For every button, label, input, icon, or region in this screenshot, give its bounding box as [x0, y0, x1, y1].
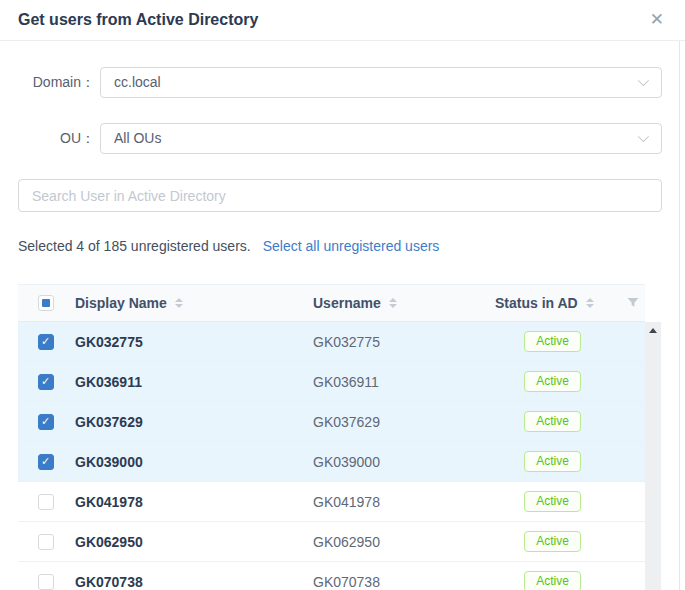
- display-name-cell: GK062950: [65, 534, 300, 550]
- username-cell: GK062950: [300, 534, 485, 550]
- check-icon: ✓: [41, 376, 50, 387]
- sort-icon[interactable]: [389, 298, 397, 308]
- row-checkbox[interactable]: ✓: [38, 574, 54, 590]
- caret-down-icon: [586, 304, 594, 308]
- ou-select[interactable]: All OUs: [100, 123, 662, 154]
- table-row[interactable]: ✓ GK032775 GK032775 Active: [18, 322, 645, 362]
- check-icon: ✓: [41, 336, 50, 347]
- table-row[interactable]: ✓ GK036911 GK036911 Active: [18, 362, 645, 402]
- scroll-up-icon: [649, 328, 657, 333]
- scroll-up-button[interactable]: [645, 322, 661, 338]
- filter-trigger[interactable]: [620, 297, 645, 309]
- column-header-username[interactable]: Username: [300, 295, 485, 311]
- selection-summary: Selected 4 of 185 unregistered users.: [18, 238, 251, 254]
- username-cell: GK041978: [300, 494, 485, 510]
- status-badge: Active: [524, 531, 581, 552]
- table-row[interactable]: ✓ GK039000 GK039000 Active: [18, 442, 645, 482]
- table-row[interactable]: ✓ GK062950 GK062950 Active: [18, 522, 645, 562]
- dialog-right-border: [679, 41, 680, 590]
- column-header-display-name[interactable]: Display Name: [65, 295, 300, 311]
- dialog-title: Get users from Active Directory: [18, 0, 258, 40]
- search-input[interactable]: [18, 179, 662, 212]
- username-cell: GK037629: [300, 414, 485, 430]
- domain-select-value: cc.local: [114, 74, 161, 90]
- caret-down-icon: [175, 304, 183, 308]
- status-badge: Active: [524, 451, 581, 472]
- row-checkbox[interactable]: ✓: [38, 534, 54, 550]
- table-body: ✓ GK032775 GK032775 Active ✓ GK036911 GK…: [18, 322, 645, 590]
- caret-up-icon: [586, 298, 594, 302]
- check-icon: ✓: [41, 456, 50, 467]
- users-table: Display Name Username Status in AD: [18, 284, 661, 590]
- table-row[interactable]: ✓ GK070738 GK070738 Active: [18, 562, 645, 590]
- row-checkbox[interactable]: ✓: [38, 334, 54, 350]
- caret-up-icon: [175, 298, 183, 302]
- display-name-cell: GK039000: [65, 454, 300, 470]
- table-scrollbar[interactable]: [645, 322, 661, 590]
- chevron-down-icon: [638, 131, 649, 142]
- filter-icon: [627, 297, 639, 309]
- selection-summary-line: Selected 4 of 185 unregistered users.Sel…: [18, 238, 439, 254]
- username-cell: GK036911: [300, 374, 485, 390]
- username-cell: GK070738: [300, 574, 485, 590]
- row-checkbox[interactable]: ✓: [38, 454, 54, 470]
- ou-label: OU：: [0, 123, 95, 154]
- close-icon[interactable]: ✕: [650, 0, 664, 40]
- username-cell: GK039000: [300, 454, 485, 470]
- table-header-row: Display Name Username Status in AD: [18, 284, 645, 322]
- status-badge: Active: [524, 371, 581, 392]
- select-all-link[interactable]: Select all unregistered users: [263, 238, 440, 254]
- domain-select[interactable]: cc.local: [100, 67, 662, 98]
- username-cell: GK032775: [300, 334, 485, 350]
- display-name-cell: GK041978: [65, 494, 300, 510]
- row-checkbox[interactable]: ✓: [38, 374, 54, 390]
- table-row[interactable]: ✓ GK041978 GK041978 Active: [18, 482, 645, 522]
- ou-select-value: All OUs: [114, 130, 161, 146]
- row-checkbox[interactable]: ✓: [38, 414, 54, 430]
- check-icon: ✓: [41, 416, 50, 427]
- table-row[interactable]: ✓ GK037629 GK037629 Active: [18, 402, 645, 442]
- dialog-header: Get users from Active Directory ✕: [0, 0, 685, 41]
- status-badge: Active: [524, 491, 581, 512]
- caret-up-icon: [389, 298, 397, 302]
- display-name-cell: GK070738: [65, 574, 300, 590]
- domain-label: Domain：: [0, 67, 95, 98]
- sort-icon[interactable]: [175, 298, 183, 308]
- display-name-cell: GK032775: [65, 334, 300, 350]
- sort-icon[interactable]: [586, 298, 594, 308]
- display-name-cell: GK037629: [65, 414, 300, 430]
- chevron-down-icon: [638, 75, 649, 86]
- get-users-dialog: Get users from Active Directory ✕ Domain…: [0, 0, 685, 590]
- caret-down-icon: [389, 304, 397, 308]
- status-badge: Active: [524, 331, 581, 352]
- display-name-cell: GK036911: [65, 374, 300, 390]
- column-header-status[interactable]: Status in AD: [485, 295, 620, 311]
- row-checkbox[interactable]: ✓: [38, 494, 54, 510]
- select-all-checkbox[interactable]: [38, 295, 54, 311]
- indeterminate-mark: [42, 299, 50, 307]
- status-badge: Active: [524, 571, 581, 590]
- status-badge: Active: [524, 411, 581, 432]
